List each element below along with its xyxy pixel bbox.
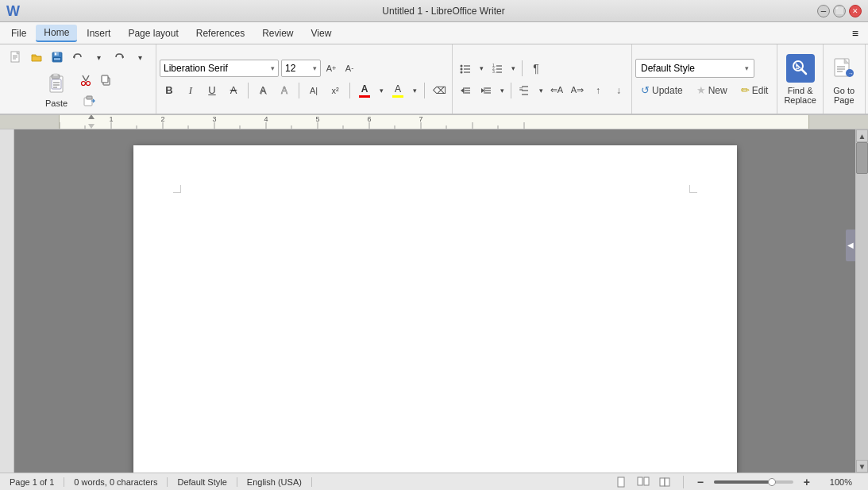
up-arrow-btn[interactable]: ↑: [588, 81, 608, 100]
scroll-down-button[interactable]: ▼: [856, 460, 868, 473]
style-new-button[interactable]: ★ New: [691, 81, 733, 100]
restore-button[interactable]: ⬜: [833, 5, 846, 17]
highlight-dropdown[interactable]: ▾: [410, 81, 419, 100]
document-page[interactable]: [133, 145, 737, 473]
style-edit-button[interactable]: ✏ Edit: [735, 81, 774, 100]
highlight-color-button[interactable]: A: [388, 81, 407, 100]
scroll-thumb[interactable]: [856, 142, 868, 174]
svg-marker-96: [88, 124, 95, 129]
spacing-dropdown[interactable]: ▾: [536, 81, 546, 100]
minimize-button[interactable]: ─: [817, 5, 830, 17]
paste-special-button[interactable]: [76, 91, 102, 110]
ltr-button[interactable]: A⇒: [568, 81, 587, 100]
page-corner-tl: [173, 185, 181, 193]
goto-page-button[interactable]: →: [830, 54, 858, 83]
open-button[interactable]: [27, 48, 46, 67]
svg-line-53: [801, 69, 806, 74]
new-button[interactable]: [6, 48, 25, 67]
status-view-single[interactable]: [613, 476, 629, 488]
menu-references[interactable]: References: [188, 25, 253, 41]
font-sep1: [248, 83, 249, 98]
grow-font-button[interactable]: A+: [323, 59, 339, 78]
svg-text:3.: 3.: [492, 69, 496, 74]
menu-page-layout[interactable]: Page layout: [120, 25, 186, 41]
svg-marker-43: [481, 88, 484, 93]
menu-view[interactable]: View: [303, 25, 340, 41]
font-size-select[interactable]: 12 ▾: [281, 60, 321, 77]
shrink-font-button[interactable]: A-: [341, 59, 357, 78]
close-button[interactable]: ✕: [849, 5, 862, 17]
menu-overflow-button[interactable]: ≡: [846, 25, 865, 42]
indent-decrease-button[interactable]: [456, 81, 475, 100]
indent-increase-button[interactable]: [476, 81, 496, 100]
word-count: 0 words, 0 characters: [64, 477, 168, 487]
font-name-dropdown-arrow[interactable]: ▾: [271, 64, 275, 72]
vertical-scrollbar[interactable]: ▲ ▼: [855, 129, 868, 473]
menu-home[interactable]: Home: [36, 25, 77, 42]
svg-rect-97: [618, 477, 624, 487]
svg-text:≡: ≡: [519, 86, 523, 93]
char-spacing-button[interactable]: A|: [304, 81, 323, 100]
document-area[interactable]: ◀: [14, 129, 855, 473]
title-bar: W Untitled 1 - LibreOffice Writer ─ ⬜ ✕: [0, 0, 868, 22]
cut-button[interactable]: [76, 71, 95, 90]
superscript-button[interactable]: x²: [326, 81, 345, 100]
zoom-track[interactable]: [714, 480, 793, 484]
paragraph-mark-button[interactable]: ¶: [527, 59, 546, 78]
svg-point-20: [82, 82, 86, 86]
status-view-book[interactable]: [658, 476, 673, 488]
bullets-button[interactable]: [456, 59, 475, 78]
scroll-track[interactable]: [856, 142, 868, 460]
down-arrow-btn[interactable]: ↓: [609, 81, 628, 100]
italic-button[interactable]: I: [181, 81, 200, 100]
clear-format-button[interactable]: ⌫: [430, 81, 449, 100]
line-spacing-button[interactable]: ≡: [515, 81, 534, 100]
scroll-up-button[interactable]: ▲: [856, 129, 868, 142]
zoom-in-button[interactable]: +: [800, 473, 814, 491]
style-dropdown-arrow[interactable]: ▾: [745, 64, 749, 72]
numbering-dropdown[interactable]: ▾: [508, 59, 518, 78]
font-sep4: [424, 83, 425, 98]
font-color-dropdown[interactable]: ▾: [376, 81, 386, 100]
style-select[interactable]: Default Style ▾: [635, 59, 754, 78]
menu-file[interactable]: File: [3, 25, 34, 41]
undo-button[interactable]: ▾: [89, 48, 108, 67]
underline-button[interactable]: U: [203, 81, 222, 100]
svg-rect-25: [87, 96, 92, 99]
language-status: English (USA): [237, 477, 312, 487]
goto-page-section: → Go to Page: [824, 44, 866, 114]
svg-rect-23: [102, 75, 108, 83]
font-size-dropdown-arrow[interactable]: ▾: [313, 64, 317, 72]
style-update-button[interactable]: ↺ Update: [635, 81, 689, 100]
zoom-thumb[interactable]: [768, 478, 776, 486]
bold-button[interactable]: B: [160, 81, 179, 100]
ruler-content[interactable]: 1 2 3 4 5 6 7: [60, 115, 808, 129]
bullets-dropdown[interactable]: ▾: [476, 59, 486, 78]
paste-button[interactable]: New Paste: [40, 71, 73, 110]
redo-dropdown-button[interactable]: [110, 48, 129, 67]
svg-rect-14: [53, 74, 58, 76]
para-sep1: [522, 60, 523, 76]
sidebar-collapse-button[interactable]: ◀: [846, 230, 855, 261]
status-sep: [683, 476, 684, 488]
redo-button[interactable]: ▾: [130, 48, 149, 67]
menu-insert[interactable]: Insert: [79, 25, 118, 41]
save-button[interactable]: [48, 48, 67, 67]
styles-section: Default Style ▾ ↺ Update ★ New ✏ Edit: [632, 44, 777, 114]
numbering-button[interactable]: 1.2.3.: [488, 59, 507, 78]
font-sep3: [349, 83, 350, 98]
copy-button[interactable]: [97, 71, 116, 90]
find-replace-button[interactable]: [786, 54, 815, 83]
font-color-button[interactable]: A: [355, 81, 374, 100]
zoom-slider[interactable]: [714, 480, 793, 484]
zoom-out-button[interactable]: −: [693, 473, 708, 491]
shadow-button[interactable]: A: [253, 81, 272, 100]
indent-dropdown[interactable]: ▾: [497, 81, 507, 100]
strikethrough-button[interactable]: A: [224, 81, 243, 100]
outline-button[interactable]: A: [275, 81, 294, 100]
rtl-button[interactable]: ⇐A: [547, 81, 566, 100]
menu-review[interactable]: Review: [254, 25, 301, 41]
font-name-select[interactable]: Liberation Serif ▾: [160, 60, 279, 77]
undo-dropdown-button[interactable]: [68, 48, 87, 67]
status-view-multi[interactable]: [635, 476, 651, 488]
